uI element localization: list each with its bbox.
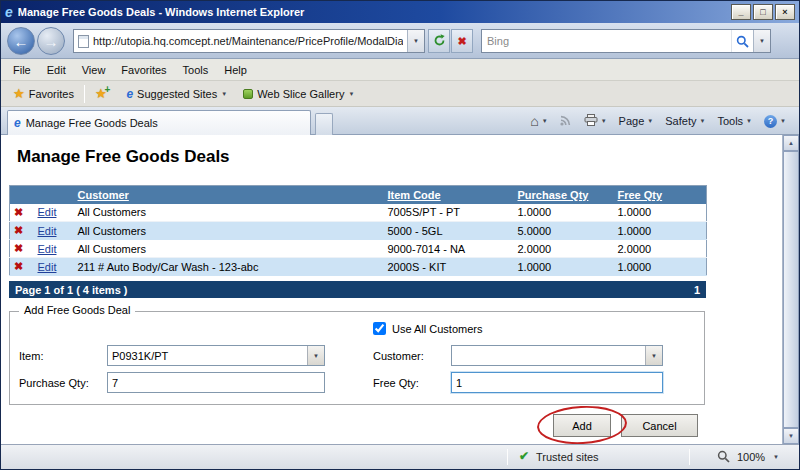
chevron-down-icon: ▼ [759, 38, 765, 44]
item-select-dropdown[interactable]: ▼ [307, 346, 324, 365]
tab-label: Manage Free Goods Deals [26, 117, 158, 129]
tab-favicon-icon: e [14, 117, 21, 129]
chevron-down-icon: ▼ [221, 91, 227, 97]
deals-table: Customer Item Code Purchase Qty Free Qty… [9, 185, 707, 276]
column-header-free-qty[interactable]: Free Qty [614, 186, 707, 204]
chevron-down-icon: ▼ [746, 118, 752, 124]
feeds-button[interactable] [555, 110, 577, 132]
column-header-delete [10, 186, 34, 204]
cell-free-qty: 1.0000 [614, 222, 707, 240]
scroll-up-button[interactable]: ▲ [783, 135, 799, 151]
suggested-sites-button[interactable]: e Suggested Sites ▼ [120, 85, 233, 103]
chevron-down-icon: ▼ [348, 91, 354, 97]
menu-file[interactable]: File [5, 61, 39, 79]
tools-menu-label: Tools [717, 115, 743, 127]
edit-link[interactable]: Edit [38, 261, 57, 273]
chevron-down-icon: ▼ [651, 353, 657, 359]
star-icon: ★ [13, 87, 25, 100]
new-tab-stub[interactable] [315, 113, 333, 135]
use-all-customers-checkbox[interactable] [373, 322, 386, 335]
forward-button[interactable]: → [37, 27, 65, 55]
zoom-dropdown[interactable]: ▼ [773, 454, 779, 460]
free-qty-input[interactable] [451, 372, 663, 393]
scrollbar-thumb[interactable] [783, 151, 799, 428]
menu-help[interactable]: Help [216, 61, 255, 79]
edit-link[interactable]: Edit [38, 243, 57, 255]
divider [507, 449, 508, 465]
refresh-icon [433, 34, 446, 49]
customer-select[interactable]: ▼ [451, 345, 663, 366]
maximize-button[interactable]: □ [753, 4, 773, 20]
divider [84, 85, 85, 103]
close-button[interactable]: × [775, 4, 795, 20]
safety-menu-button[interactable]: Safety ▼ [660, 111, 710, 131]
refresh-button[interactable] [428, 29, 450, 53]
address-bar[interactable]: http://utopia.hq.comcept.net/Maintenance… [73, 29, 425, 53]
customer-select-dropdown[interactable]: ▼ [645, 346, 662, 365]
column-header-customer[interactable]: Customer [74, 186, 384, 204]
use-all-customers-label[interactable]: Use All Customers [392, 323, 482, 335]
home-button[interactable]: ⌂ ▼ [525, 110, 552, 132]
menu-edit[interactable]: Edit [39, 61, 74, 79]
purchase-qty-label: Purchase Qty: [19, 377, 89, 389]
tools-menu-button[interactable]: Tools ▼ [712, 111, 757, 131]
cell-purchase-qty: 2.0000 [514, 240, 614, 258]
page-menu-button[interactable]: Page ▼ [614, 111, 659, 131]
edit-link[interactable]: Edit [38, 225, 57, 237]
divider [689, 449, 690, 465]
item-select-value: P0931K/PT [108, 350, 307, 362]
cancel-button[interactable]: Cancel [621, 414, 698, 437]
web-slice-icon [243, 89, 253, 99]
back-button[interactable]: ← [7, 27, 35, 55]
forward-arrow-icon: → [44, 33, 59, 50]
stop-button[interactable]: ✖ [451, 29, 473, 53]
customer-label: Customer: [373, 350, 424, 362]
help-button[interactable]: ? ▼ [759, 111, 791, 132]
item-select[interactable]: P0931K/PT ▼ [107, 345, 325, 366]
zoom-level[interactable]: 100% [737, 451, 765, 463]
suggested-sites-icon: e [126, 88, 133, 100]
home-icon: ⌂ [530, 114, 538, 128]
favorites-button[interactable]: ★ Favorites [7, 84, 80, 103]
delete-icon[interactable]: ✖ [14, 260, 23, 272]
vertical-scrollbar[interactable]: ▲ ▼ [782, 135, 799, 444]
column-header-item-code[interactable]: Item Code [384, 186, 514, 204]
address-dropdown-button[interactable]: ▼ [407, 30, 424, 52]
chevron-down-icon: ▼ [601, 118, 607, 124]
cell-customer: All Customers [74, 204, 384, 222]
delete-icon[interactable]: ✖ [14, 224, 23, 236]
menu-bar: File Edit View Favorites Tools Help [1, 59, 799, 81]
cell-customer: All Customers [74, 240, 384, 258]
menu-view[interactable]: View [74, 61, 114, 79]
pager-bar: Page 1 of 1 ( 4 items ) 1 [9, 281, 706, 298]
search-input[interactable] [482, 31, 731, 51]
add-button[interactable]: Add [553, 414, 611, 437]
menu-favorites[interactable]: Favorites [113, 61, 174, 79]
suggested-sites-label: Suggested Sites [137, 88, 217, 100]
item-label: Item: [19, 350, 43, 362]
cell-item-code: 2000S - KIT [384, 258, 514, 276]
cell-customer: 211 # Auto Body/Car Wash - 123-abc [74, 258, 384, 276]
table-row: ✖ Edit All Customers 7005S/PT - PT 1.000… [10, 204, 707, 222]
column-header-edit [34, 186, 74, 204]
add-to-favorites-bar-button[interactable]: ★ + [89, 84, 117, 103]
edit-link[interactable]: Edit [38, 206, 57, 218]
chevron-down-icon: ▼ [313, 353, 319, 359]
menu-tools[interactable]: Tools [175, 61, 217, 79]
page-menu-label: Page [619, 115, 645, 127]
status-bar: ✔ Trusted sites 100% ▼ [1, 444, 799, 469]
scroll-down-button[interactable]: ▼ [783, 428, 799, 444]
delete-icon[interactable]: ✖ [14, 206, 23, 218]
pager-page-number[interactable]: 1 [694, 284, 700, 296]
search-dropdown-button[interactable]: ▼ [753, 30, 770, 52]
plus-icon: + [105, 84, 111, 95]
cell-free-qty: 1.0000 [614, 204, 707, 222]
tab-manage-free-goods-deals[interactable]: e Manage Free Goods Deals [7, 110, 311, 135]
minimize-button[interactable]: _ [731, 4, 751, 20]
search-icon[interactable] [731, 30, 753, 52]
delete-icon[interactable]: ✖ [14, 242, 23, 254]
column-header-purchase-qty[interactable]: Purchase Qty [514, 186, 614, 204]
web-slice-gallery-button[interactable]: Web Slice Gallery ▼ [237, 85, 360, 103]
print-button[interactable]: ▼ [579, 110, 612, 132]
purchase-qty-input[interactable] [107, 372, 325, 393]
